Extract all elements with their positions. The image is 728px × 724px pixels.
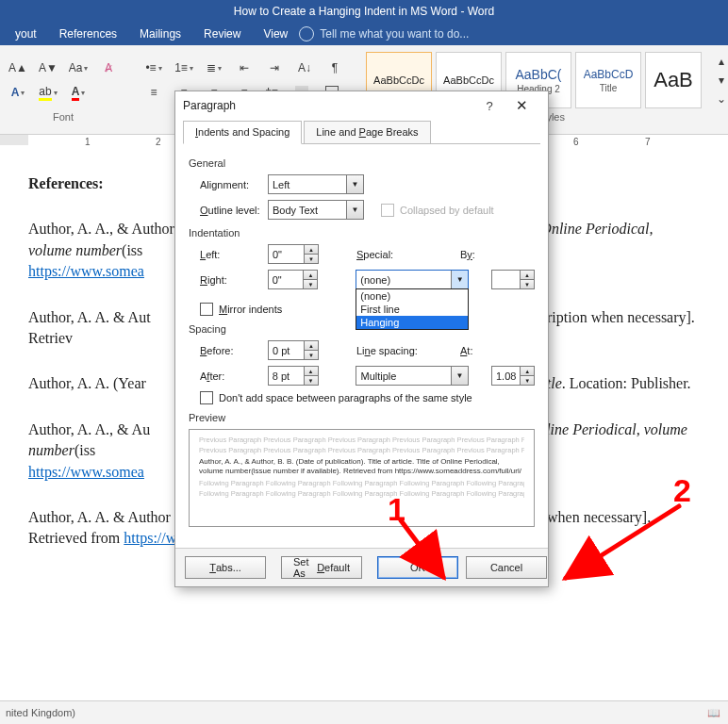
style-sample: AaBbCcDc xyxy=(373,74,424,86)
bullets-icon: •≡ xyxy=(145,61,156,74)
grow-font-button[interactable]: A▲ xyxy=(4,57,32,79)
tab-indents-spacing[interactable]: IIndents and Spacingndents and Spacing xyxy=(183,121,302,144)
chevron-up-icon: ▴ xyxy=(719,55,724,68)
font-color-icon: A xyxy=(72,85,80,101)
help-button[interactable]: ? xyxy=(476,92,503,119)
bulb-icon xyxy=(299,26,314,41)
style-sample: AaBbC( xyxy=(515,67,561,82)
tab-line-page-breaks[interactable]: Line and Page BreaksLine and Page Breaks xyxy=(304,121,430,144)
pilcrow-icon: ¶ xyxy=(332,61,338,74)
text-effects-icon: A xyxy=(11,86,20,99)
styles-scroll-down[interactable]: ▾ xyxy=(707,71,728,90)
dialog-title: Paragraph xyxy=(183,99,476,112)
group-font: A▲ A▼ Aa▾ A̷ A▾ ab▾ A▾ Font xyxy=(4,51,123,123)
increase-indent-icon: ⇥ xyxy=(270,61,279,74)
font-color-button[interactable]: A▾ xyxy=(64,81,92,104)
decrease-indent-button[interactable]: ⇤ xyxy=(230,57,258,79)
shrink-font-button[interactable]: A▼ xyxy=(34,57,62,79)
shrink-font-icon: A▼ xyxy=(39,61,58,74)
style-sample: AaBbCcD xyxy=(584,68,634,81)
style-label: Title xyxy=(600,83,618,93)
multilevel-button[interactable]: ≣▾ xyxy=(200,57,228,79)
styles-more[interactable]: ⌄ xyxy=(707,90,728,108)
highlight-button[interactable]: ab▾ xyxy=(34,81,62,104)
clear-format-icon: A̷ xyxy=(105,61,112,74)
tab-layout[interactable]: yout xyxy=(4,23,48,45)
multilevel-icon: ≣ xyxy=(207,61,216,74)
chevron-down-icon: ▾ xyxy=(719,74,724,87)
tab-mailings[interactable]: Mailings xyxy=(128,23,192,45)
bullets-button[interactable]: •≡▾ xyxy=(140,57,168,79)
tell-me-text: Tell me what you want to do... xyxy=(320,27,469,41)
paragraph-dialog: Paragraph ? ✕ IIndents and Spacingndents… xyxy=(174,90,549,153)
show-marks-button[interactable]: ¶ xyxy=(321,57,349,79)
tell-me[interactable]: Tell me what you want to do... xyxy=(299,26,469,41)
window-title: How to Create a Hanging Indent in MS Wor… xyxy=(0,0,728,23)
numbering-button[interactable]: 1≡▾ xyxy=(170,57,198,79)
tab-references[interactable]: References xyxy=(48,23,128,45)
style-sample: AaBbCcDc xyxy=(443,74,494,86)
dialog-body: General Alignment:Alignment: Left ▼ Outl… xyxy=(175,144,548,153)
ribbon-tabstrip: yout References Mailings Review View Tel… xyxy=(0,23,728,45)
group-font-label: Font xyxy=(53,111,74,123)
close-icon: ✕ xyxy=(516,97,528,114)
dialog-titlebar: Paragraph ? ✕ xyxy=(175,91,548,120)
align-left-button[interactable]: ≡ xyxy=(140,81,168,104)
sort-button[interactable]: A↓ xyxy=(290,57,319,79)
style-sample: AaB xyxy=(654,68,693,92)
change-case-icon: Aa xyxy=(69,61,83,74)
more-icon: ⌄ xyxy=(717,92,726,106)
grow-font-icon: A▲ xyxy=(8,61,27,74)
style-subtitle[interactable]: AaB xyxy=(645,52,702,108)
style-title[interactable]: AaBbCcD Title xyxy=(575,52,641,108)
dialog-tabs: IIndents and Spacingndents and Spacing L… xyxy=(183,120,540,144)
styles-scroll-up[interactable]: ▴ xyxy=(707,52,728,71)
question-icon: ? xyxy=(486,99,492,113)
increase-indent-button[interactable]: ⇥ xyxy=(260,57,289,79)
decrease-indent-icon: ⇤ xyxy=(240,61,249,74)
align-left-icon: ≡ xyxy=(150,86,157,99)
highlight-icon: ab xyxy=(39,85,51,101)
tab-review[interactable]: Review xyxy=(192,23,252,45)
text-effects-button[interactable]: A▾ xyxy=(4,81,32,104)
tab-view[interactable]: View xyxy=(252,23,299,45)
sort-icon: A↓ xyxy=(298,61,311,74)
close-button[interactable]: ✕ xyxy=(503,92,540,119)
clear-format-button[interactable]: A̷ xyxy=(94,57,123,79)
numbering-icon: 1≡ xyxy=(174,61,188,74)
change-case-button[interactable]: Aa▾ xyxy=(64,57,92,79)
